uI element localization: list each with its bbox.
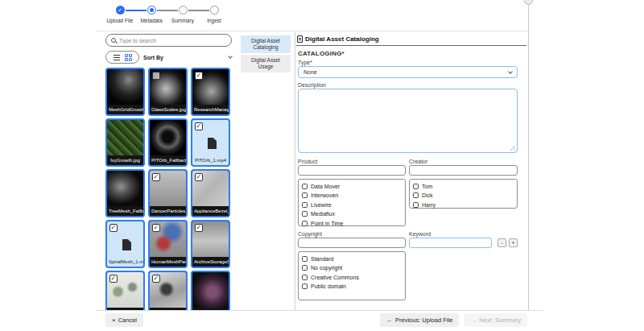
asset-checkbox[interactable] [195,72,203,80]
arrow-right-icon: → [470,317,477,324]
checkbox[interactable] [413,202,419,208]
arrow-left-icon: ← [386,317,393,324]
resize-handle-icon[interactable] [510,145,515,151]
cancel-button[interactable]: × Cancel [105,313,143,327]
checkbox[interactable] [302,192,308,198]
asset-filename: PITOrb_1.mp4 [192,155,229,165]
creator-input[interactable] [409,165,518,176]
keyword-remove-button[interactable]: - [497,238,506,247]
form-title-rule [296,45,526,46]
ingest-wizard-window: ✓ Upload File Metadata Summary Ingest So… [0,0,644,331]
asset-checkbox[interactable] [152,275,160,283]
product-input[interactable] [298,165,406,176]
type-select-value: None [303,69,317,75]
asset-thumbnail [107,120,143,155]
asset-filename: SpiralMesh_1.mp [107,257,143,267]
search-input[interactable] [119,38,216,43]
cancel-button-label: Cancel [118,317,137,324]
form-title-text: Digital Asset Cataloging [305,35,379,43]
asset-tile[interactable]: GlassScales.jpg [148,68,188,116]
checkbox-option[interactable]: Point in Time [302,219,402,227]
description-textarea[interactable] [298,89,518,153]
step-upcoming-icon [210,6,219,14]
checkbox-option-label: Data Mover [311,184,340,189]
asset-tile[interactable] [105,271,145,310]
copyright-options-group: Standard No copyright Creative Commons P… [298,251,406,300]
splitter-handle[interactable] [524,0,533,5]
asset-tile[interactable]: ResearchManage [191,68,230,116]
checkbox-option[interactable]: Standard [302,254,402,263]
asset-checkbox[interactable] [195,224,203,232]
grid-view-icon[interactable] [125,54,132,61]
checkbox-option[interactable]: Harry [413,201,514,209]
search-icon [111,38,116,43]
asset-thumbnail [192,272,229,308]
asset-checkbox[interactable] [109,224,118,232]
asset-tile[interactable]: IvyGrowth.jpg [105,118,145,167]
asset-tile[interactable]: ArchiveStorageSc [191,220,230,268]
form-title: Digital Asset Cataloging [297,35,379,43]
checkbox-option-label: Interwoven [311,192,338,198]
checkbox-option[interactable]: Mediaflux [302,210,402,218]
asset-tile[interactable]: ApplianceBezel_F [191,169,230,217]
copyright-input[interactable] [298,238,406,248]
checkbox-option[interactable]: Tom [413,182,514,190]
checkbox-option[interactable]: Livewire [302,201,402,209]
checkbox[interactable] [302,221,308,226]
checkbox[interactable] [413,184,419,189]
checkbox[interactable] [413,192,419,198]
view-toggle [105,51,139,64]
asset-checkbox[interactable] [195,173,203,181]
asset-checkbox[interactable] [152,173,160,181]
panel-splitter [528,0,529,310]
checkbox[interactable] [302,211,308,217]
copyright-label: Copyright [298,231,322,237]
checkbox[interactable] [302,202,308,208]
asset-tile[interactable]: PITOrb_1.mp4 [191,118,230,167]
asset-checkbox[interactable] [109,275,118,283]
asset-tile[interactable]: DancerParticles_F [148,169,188,217]
asset-checkbox[interactable] [152,72,160,80]
asset-tile[interactable]: HumanMeshPartic [148,220,188,268]
next-button-label: Next: Summary [479,317,521,324]
checkbox-option[interactable]: No copyright [302,264,402,272]
sort-by-label: Sort By [143,55,163,60]
sort-by-dropdown[interactable]: Sort By [143,51,232,64]
checkbox-option-label: Public domain [311,283,346,289]
checkbox-option-label: Livewire [311,202,332,208]
checkbox-option-label: Standard [311,256,333,262]
asset-tile[interactable]: SpiralMesh_1.mp [105,220,145,268]
checkbox-option[interactable]: Interwoven [302,192,402,200]
type-select[interactable]: None [298,66,518,78]
next-button[interactable]: → Next: Summary [464,313,527,327]
asset-tile[interactable] [191,271,230,310]
nav-item-digital-asset-usage[interactable]: Digital Asset Usage [241,55,291,72]
keyword-add-button[interactable]: + [509,238,518,247]
asset-checkbox[interactable] [195,122,203,130]
asset-tile[interactable]: PITOrb_Fallback.j [148,118,188,167]
asset-checkbox[interactable] [152,224,160,232]
nav-item-digital-asset-cataloging[interactable]: Digital Asset Cataloging [241,35,291,53]
close-icon: × [112,317,116,324]
checkbox-option[interactable]: Data Mover [302,182,402,190]
step-ingest[interactable]: Ingest [190,5,238,23]
asset-tile[interactable]: MeshGridGrowth.j [105,68,145,116]
checkbox-option[interactable]: Public domain [302,283,402,291]
asset-filename: ApplianceBezel_F [192,206,229,216]
previous-button[interactable]: ← Previous: Upload File [380,313,459,327]
section-label: CATALOGING* [298,50,345,57]
checkbox[interactable] [302,256,308,262]
checkbox-option[interactable]: Creative Commons [302,273,402,281]
asset-tile[interactable] [148,271,188,310]
checkbox-option[interactable]: Dick [413,192,514,200]
asset-filename: PITOrb_Fallback.j [150,155,186,165]
asset-tile[interactable]: TreeMesh_Fallbac [105,169,145,217]
checkbox[interactable] [302,283,308,289]
keyword-input[interactable] [409,238,492,248]
checkbox[interactable] [302,265,308,271]
list-view-icon[interactable] [114,55,120,60]
checkbox[interactable] [302,184,308,189]
asset-grid: MeshGridGrowth.j GlassScales.jpg Researc… [105,68,234,310]
step-upcoming-icon [179,6,188,14]
checkbox[interactable] [302,275,308,280]
